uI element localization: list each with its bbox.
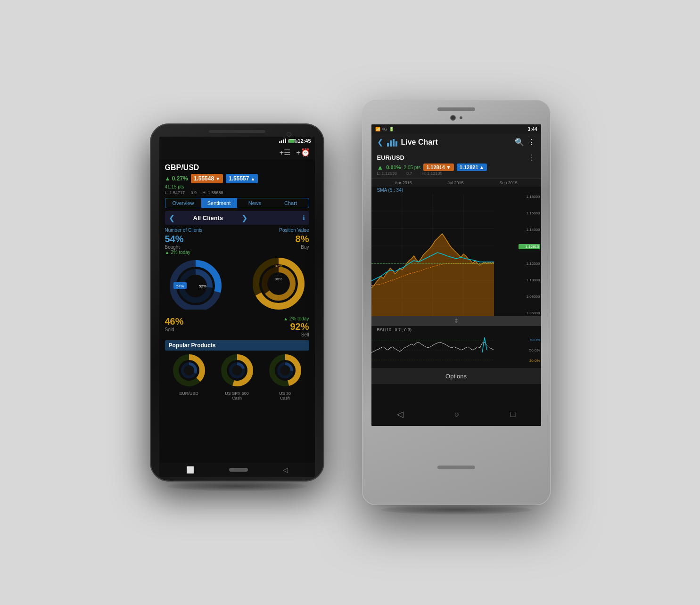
price-label-5: 1.10000 xyxy=(519,278,540,282)
svg-rect-29 xyxy=(390,140,392,147)
price-label-6: 1.08000 xyxy=(519,294,540,299)
p2-rsi-svg xyxy=(371,334,518,367)
p2-statusbar: 📶 4G 🔋 3:44 xyxy=(371,124,541,134)
p2-chart-area: Apr 2015 Jul 2015 Sep 2015 SMA (5 ; 34) xyxy=(371,179,541,402)
tab-sentiment[interactable]: Sentiment xyxy=(201,198,237,208)
p2-topbar: ❮ Live Chart 🔍 ⋮ xyxy=(371,134,541,150)
p2-sma-label: SMA (5 ; 34) xyxy=(371,187,541,194)
clients-prev[interactable]: ❮ xyxy=(169,213,175,222)
svg-rect-30 xyxy=(393,139,395,147)
p2-search-icon[interactable]: 🔍 xyxy=(515,138,524,147)
p2-time: 3:44 xyxy=(527,127,537,132)
p2-rsi-label: RSI (10 ; 0.7 ; 0.3) xyxy=(371,326,541,334)
sell-label: Sell xyxy=(239,332,309,337)
chart-divider[interactable]: ⇕ xyxy=(371,316,541,326)
p2-main-chart: 1.18000 1.16000 1.14000 1.12815 1.12000 … xyxy=(371,194,541,316)
position-value-label: Position Value xyxy=(239,228,309,233)
today-change2: ▲ 2% today xyxy=(239,316,309,321)
pair-name: GBP/USD xyxy=(165,164,309,172)
sell-pct: 92% xyxy=(239,321,309,332)
home-button[interactable] xyxy=(229,468,248,472)
bought-pct: 54% xyxy=(165,234,236,245)
popular-item-eurusd: EUR/USD xyxy=(165,353,213,401)
popular-item-us30: US 30 Cash xyxy=(261,353,309,401)
p2-change-pts: 2.05 pts xyxy=(404,165,421,170)
price-label-4: 1.12000 xyxy=(519,262,540,266)
p2-low: L: 1.12536 xyxy=(377,171,397,176)
price-label-7: 1.06000 xyxy=(519,311,540,315)
p2-menu-icon[interactable]: ⋮ xyxy=(528,138,535,147)
alarm-icon[interactable]: +⏰ xyxy=(296,148,310,157)
phone1-content: GBP/USD ▲ 0.27% 1.55548 ▼ 1.55557 ▲ xyxy=(159,160,315,463)
scene: 12:45 +☰ +⏰ GBP/USD ▲ 0.27% xyxy=(0,0,700,605)
speaker-top-p2 xyxy=(437,107,475,111)
tab-chart[interactable]: Chart xyxy=(273,198,309,208)
svg-rect-31 xyxy=(395,141,397,147)
p2-back-icon[interactable]: ❮ xyxy=(377,138,383,147)
clients-title: All Clients xyxy=(193,214,223,221)
p2-nav-back[interactable]: ◁ xyxy=(397,409,404,419)
product2-label: US SPX 500 Cash xyxy=(213,391,261,401)
phone1-bottombar: ⬜ ◁ xyxy=(159,463,315,477)
nav-back[interactable]: ◁ xyxy=(283,466,288,474)
popular-charts: EUR/USD US xyxy=(165,353,309,401)
battery-icon xyxy=(288,139,296,143)
phone1-screen: 12:45 +☰ +⏰ GBP/USD ▲ 0.27% xyxy=(159,137,315,477)
today-change1: ▲ 2% today xyxy=(165,250,236,255)
sold-row: 46% Sold ▲ 2% today 92% Sell xyxy=(165,316,309,337)
svg-rect-28 xyxy=(387,143,389,147)
price-label-2: 1.16000 xyxy=(519,211,540,215)
popular-item-spx: US SPX 500 Cash xyxy=(213,353,261,401)
p2-pair-row: EUR/USD ⋮ ▲ 0.01% 2.05 pts 1.12814 ▼ 1.1… xyxy=(371,150,541,179)
buy-pct: 8% xyxy=(239,234,309,245)
p2-nav-bar: ◁ ○ □ xyxy=(371,402,541,426)
buy-price-badge[interactable]: 1.55557 ▲ xyxy=(226,174,258,183)
camera xyxy=(287,132,291,137)
p2-chart-bars-icon xyxy=(387,138,397,147)
p2-high: H: 1.13105 xyxy=(422,171,443,176)
p2-buy-badge[interactable]: 1.12821 ▲ xyxy=(457,164,487,171)
price-low-high: L: 1.54717 0.9 H: 1.55688 xyxy=(165,190,309,195)
p2-nav-recent[interactable]: □ xyxy=(511,409,516,419)
sentiment-section: Number of Clients 54% Bought ▲ 2% today … xyxy=(165,228,309,255)
p2-change-pct: 0.01% xyxy=(386,164,401,170)
statusbar: 12:45 xyxy=(159,137,315,145)
clients-info[interactable]: ℹ xyxy=(303,214,305,221)
p2-sell-badge[interactable]: 1.12814 ▼ xyxy=(423,164,454,171)
p2-chart-svg xyxy=(371,194,518,316)
nav-recent[interactable]: ⬜ xyxy=(186,466,194,474)
donut-area: 54% 52% 92% 9 xyxy=(165,258,309,314)
popular-title: Popular Products xyxy=(165,340,309,351)
p2-rsi-section: RSI (10 ; 0.7 ; 0.3) xyxy=(371,326,541,368)
status-time: 12:45 xyxy=(297,138,311,144)
p2-spread: 0.7 xyxy=(406,171,412,176)
clients-header: ❮ All Clients ❯ ℹ xyxy=(165,211,309,225)
add-list-icon[interactable]: +☰ xyxy=(280,148,290,157)
p2-pair-menu[interactable]: ⋮ xyxy=(528,153,535,162)
tab-overview[interactable]: Overview xyxy=(165,198,201,208)
signal-bar2 xyxy=(281,140,282,143)
p2-title: Live Chart xyxy=(401,138,511,147)
current-price-label: 1.12815 xyxy=(519,244,540,249)
price-label-1: 1.18000 xyxy=(519,195,540,199)
price-change-pts: 41.15 pts xyxy=(165,184,184,189)
price-change-pct: ▲ 0.27% xyxy=(165,175,188,182)
sold-pct: 46% xyxy=(165,316,236,327)
tabs-row: Overview Sentiment News Chart xyxy=(165,198,309,208)
svg-text:90%: 90% xyxy=(274,277,282,281)
signal-bar4 xyxy=(285,139,286,143)
buy-label: Buy xyxy=(239,245,309,250)
sold-label: Sold xyxy=(165,327,236,332)
speaker-top xyxy=(209,130,265,133)
price-row: ▲ 0.27% 1.55548 ▼ 1.55557 ▲ xyxy=(165,174,309,183)
p2-options-bar[interactable]: Options xyxy=(371,368,541,384)
p2-nav-home[interactable]: ○ xyxy=(454,409,460,419)
sensor-p2 xyxy=(460,116,462,119)
svg-text:52%: 52% xyxy=(198,284,206,288)
clients-next[interactable]: ❯ xyxy=(241,213,247,222)
tab-news[interactable]: News xyxy=(237,198,273,208)
rsi-50: 50.0% xyxy=(519,348,540,352)
p2-network: 4G xyxy=(382,127,387,131)
p2-pair-name: EUR/USD xyxy=(377,154,405,161)
sell-price-badge[interactable]: 1.55548 ▼ xyxy=(191,174,223,183)
